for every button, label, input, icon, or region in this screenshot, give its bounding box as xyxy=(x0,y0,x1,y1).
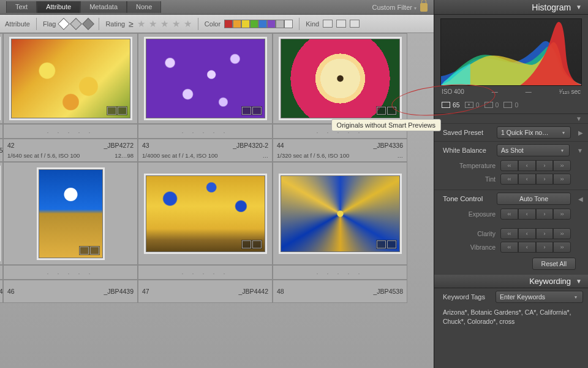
cell-meta: 47_JBP4442 xyxy=(138,280,272,302)
badge-icon xyxy=(241,106,262,115)
rating-operator[interactable]: ≥ xyxy=(129,19,134,29)
originals-count[interactable]: 65 xyxy=(442,101,460,109)
tint-stepper[interactable]: ‹‹‹››› xyxy=(500,174,571,185)
cell-footer-dots: . . . . . xyxy=(138,125,272,138)
grid-cell[interactable] xyxy=(3,162,138,265)
cell-meta: 46_JBP4439 xyxy=(4,280,137,302)
star-4[interactable]: ★ xyxy=(172,18,180,29)
keyword-tags-row: Keyword Tags Enter Keywords▾ xyxy=(434,288,588,305)
star-5[interactable]: ★ xyxy=(184,18,192,29)
original-sp-count[interactable]: 0 xyxy=(484,101,499,109)
vibrance-label: Vibrance xyxy=(443,243,496,251)
grid-cell[interactable] xyxy=(273,33,407,124)
aperture-value: — xyxy=(526,88,532,95)
exposure-row: Exposure ‹‹‹››› xyxy=(434,207,588,221)
clarity-row: Clarity ‹‹‹››› xyxy=(434,227,588,240)
keyword-list[interactable]: Arizona*, Botanic Gardens*, CA*, Califor… xyxy=(434,305,588,331)
tab-metadata[interactable]: Metadata xyxy=(80,1,127,13)
tone-control-row: Tone Control Auto Tone ◀ xyxy=(434,190,588,207)
smart-preview-counts: 65 0 0 0 xyxy=(434,99,588,113)
kind-master-icon[interactable] xyxy=(323,20,333,28)
reset-all-button[interactable]: Reset All xyxy=(532,258,576,270)
original-icon xyxy=(442,102,450,108)
quick-develop-toggle-icon[interactable]: ▼ xyxy=(576,115,582,122)
focal-value: — xyxy=(492,88,498,95)
auto-tone-button[interactable]: Auto Tone xyxy=(497,193,571,205)
keyword-tags-dropdown[interactable]: Enter Keywords▾ xyxy=(496,291,583,303)
histogram-chart[interactable] xyxy=(440,18,582,86)
grid-cell[interactable] xyxy=(3,33,138,124)
swatch-red[interactable] xyxy=(224,20,233,28)
thumbnail[interactable] xyxy=(146,175,265,252)
kind-video-icon[interactable] xyxy=(350,20,360,28)
kind-label: Kind xyxy=(306,20,319,28)
tab-attribute[interactable]: Attribute xyxy=(37,1,80,13)
grid-cell[interactable] xyxy=(138,33,273,124)
tone-control-label: Tone Control xyxy=(443,195,492,202)
exposure-info-row: ISO 400 — — ¹⁄₁₂₅ sec xyxy=(434,87,588,99)
color-swatches xyxy=(224,20,293,28)
vibrance-row: Vibrance ‹‹‹››› xyxy=(434,240,588,254)
flag-rejected-icon[interactable] xyxy=(82,18,94,30)
vibrance-stepper[interactable]: ‹‹‹››› xyxy=(500,242,571,253)
keyword-tags-label: Keyword Tags xyxy=(443,293,491,301)
star-3[interactable]: ★ xyxy=(160,18,168,29)
attribute-filter-bar: Attribute Flag Rating ≥ ★ ★ ★ ★ ★ Color xyxy=(0,15,434,33)
thumbnail[interactable] xyxy=(11,39,130,118)
smart-preview-count[interactable]: 0 xyxy=(465,101,480,109)
collapse-icon[interactable]: ◀ xyxy=(578,196,583,202)
tab-text[interactable]: Text xyxy=(6,1,37,13)
cell-meta: 48_JBP4538 xyxy=(273,280,407,302)
temperature-stepper[interactable]: ‹‹‹››› xyxy=(500,160,571,171)
filter-tab-bar: Text Attribute Metadata None Custom Filt… xyxy=(0,0,434,15)
flag-unflagged-icon[interactable] xyxy=(70,18,82,30)
thumbnail[interactable] xyxy=(39,169,103,258)
badge-icon xyxy=(241,240,262,249)
cell-footer-dots: . . . . . xyxy=(138,266,272,279)
cell-meta: 44_JBP4336 1/320 sec at f / 5.6, ISO 100… xyxy=(273,139,407,161)
thumbnail[interactable] xyxy=(281,175,400,252)
swatch-orange[interactable] xyxy=(233,20,241,28)
chevron-icon: ▾ xyxy=(573,294,579,300)
collapse-icon[interactable]: ▼ xyxy=(577,147,583,154)
thumbnail[interactable] xyxy=(146,39,265,118)
badge-icon xyxy=(376,240,397,249)
white-balance-dropdown[interactable]: As Shot▾ xyxy=(497,144,570,156)
expand-icon[interactable]: ▶ xyxy=(578,129,583,136)
clarity-label: Clarity xyxy=(443,230,496,237)
histogram-header[interactable]: Histogram▼ xyxy=(434,0,588,15)
saved-preset-dropdown[interactable]: 1 Quick Fix no…▾ xyxy=(497,126,571,139)
grid-cell[interactable] xyxy=(273,162,407,265)
flag-picked-icon[interactable] xyxy=(58,18,70,30)
swatch-blue[interactable] xyxy=(258,20,267,28)
saved-preset-row: Saved Preset 1 Quick Fix no…▾ ▶ xyxy=(434,123,588,141)
iso-value: ISO 400 xyxy=(442,88,464,95)
smart-preview-icon xyxy=(465,102,473,108)
badge-icon xyxy=(376,106,397,115)
custom-filter-dropdown[interactable]: Custom Filter ▾ xyxy=(372,4,417,11)
swatch-green[interactable] xyxy=(250,20,258,28)
white-balance-label: White Balance xyxy=(443,147,492,154)
cell-meta: 42_JBP4272 1/640 sec at f / 5.6, ISO 100… xyxy=(4,139,137,161)
cell-footer-dots xyxy=(0,125,2,138)
star-2[interactable]: ★ xyxy=(149,18,157,29)
swatch-grey[interactable] xyxy=(276,20,284,28)
thumbnail[interactable] xyxy=(281,39,400,118)
kind-virtual-icon[interactable] xyxy=(336,20,346,28)
exposure-stepper[interactable]: ‹‹‹››› xyxy=(500,209,571,220)
star-1[interactable]: ★ xyxy=(137,18,145,29)
clarity-stepper[interactable]: ‹‹‹››› xyxy=(500,228,571,239)
swatch-yellow[interactable] xyxy=(241,20,250,28)
swatch-purple[interactable] xyxy=(267,20,276,28)
thumbnail-grid[interactable]: . . . . . . . . . . . . . . . _JBP0053 4… xyxy=(0,33,434,368)
badge-icon xyxy=(79,246,100,255)
swatch-none[interactable] xyxy=(284,20,293,28)
keywording-header[interactable]: Keywording▼ xyxy=(434,275,588,288)
cell-meta: _JBP4341 xyxy=(0,280,2,302)
tab-none[interactable]: None xyxy=(127,1,161,13)
missing-count[interactable]: 0 xyxy=(503,101,518,109)
grid-cell[interactable] xyxy=(138,162,273,265)
lock-icon[interactable] xyxy=(420,3,428,12)
chevron-down-icon: ▼ xyxy=(576,278,582,285)
cell-footer-dots: . . . . . xyxy=(4,266,137,279)
